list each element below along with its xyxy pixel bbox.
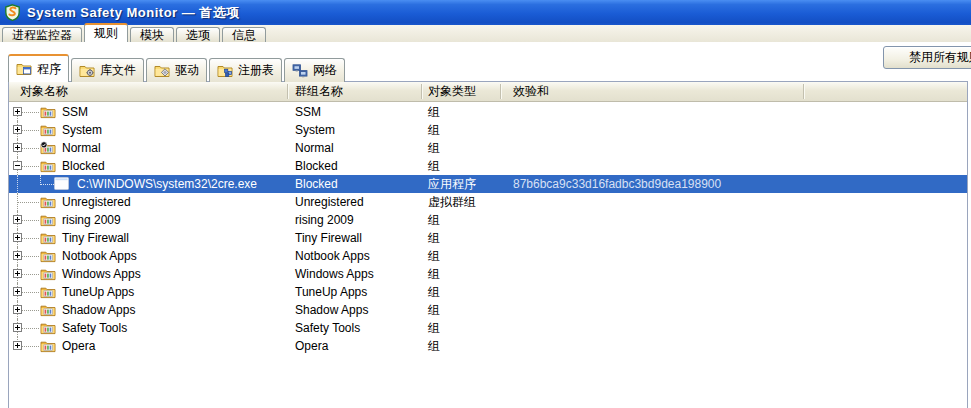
expand-plus-icon[interactable] (13, 215, 22, 224)
tab-options[interactable]: 选项 (176, 27, 220, 42)
tree-line (22, 256, 39, 257)
tab-process-monitor[interactable]: 进程监控器 (2, 27, 82, 42)
column-header-group-name[interactable]: 群组名称 (295, 82, 343, 101)
tree-line (22, 346, 39, 347)
tab-rules[interactable]: 规则 (84, 23, 128, 42)
subtab-registry[interactable]: 注册表 (209, 58, 282, 82)
title-bar[interactable]: System Safety Monitor — 首选项 (0, 0, 971, 25)
application-icon (54, 177, 70, 191)
expand-plus-icon[interactable] (13, 287, 22, 296)
group-folder-icon (40, 195, 56, 209)
group-name: Blocked (295, 175, 338, 193)
tree-line (18, 202, 39, 203)
table-row[interactable]: Tiny FirewallTiny Firewall组 (9, 229, 967, 247)
app-shield-icon (4, 4, 21, 21)
expand-plus-icon[interactable] (13, 269, 22, 278)
tab-modules[interactable]: 模块 (130, 27, 174, 42)
subtab-drivers[interactable]: 驱动 (146, 58, 207, 82)
collapse-minus-icon[interactable] (13, 161, 22, 170)
subtab-programs[interactable]: 程序 (8, 54, 69, 82)
subtab-label: 程序 (37, 61, 61, 78)
column-separator (421, 84, 422, 99)
subtab-network[interactable]: 网络 (284, 58, 345, 82)
object-type: 组 (428, 247, 440, 265)
table-row[interactable]: SystemSystem组 (9, 121, 967, 139)
object-name: System (62, 121, 102, 139)
subtab-label: 驱动 (175, 62, 199, 79)
group-folder-icon (40, 339, 56, 353)
group-folder-icon (40, 249, 56, 263)
column-separator (803, 84, 804, 99)
group-folder-icon (40, 105, 56, 119)
table-row[interactable]: rising 2009rising 2009组 (9, 211, 967, 229)
tree-line (22, 292, 39, 293)
table-row[interactable]: OperaOpera组 (9, 337, 967, 355)
object-name: rising 2009 (62, 211, 121, 229)
object-name: Blocked (62, 157, 105, 175)
disable-all-rules-button[interactable]: 禁用所有规则 (883, 46, 971, 69)
list-header: 对象名称 群组名称 对象类型 效验和 (9, 82, 967, 102)
table-row[interactable]: NormalNormal组 (9, 139, 967, 157)
expand-plus-icon[interactable] (13, 305, 22, 314)
group-name: Unregistered (295, 193, 364, 211)
table-row[interactable]: C:\WINDOWS\system32\2cre.exeBlocked应用程序8… (9, 175, 967, 193)
main-tab-bar: 进程监控器 规则 模块 选项 信息 (0, 25, 971, 42)
tree-line (22, 130, 39, 131)
rules-page: 程序 库文件 (0, 42, 971, 408)
table-row[interactable]: BlockedBlocked组 (9, 157, 967, 175)
table-row[interactable]: TuneUp AppsTuneUp Apps组 (9, 283, 967, 301)
programs-folder-icon (16, 62, 32, 76)
tree-connector (40, 175, 54, 185)
tree-line (22, 274, 39, 275)
checksum-value: 87b6bca9c33d16fadbc3bd9dea198900 (513, 175, 721, 193)
app-window: System Safety Monitor — 首选项 进程监控器 规则 模块 … (0, 0, 971, 408)
expand-plus-icon[interactable] (13, 107, 22, 116)
object-type: 组 (428, 157, 440, 175)
column-header-object-type[interactable]: 对象类型 (428, 82, 476, 101)
column-header-checksum[interactable]: 效验和 (513, 82, 549, 101)
group-folder-icon (40, 267, 56, 281)
group-name: TuneUp Apps (295, 283, 367, 301)
group-folder-check-icon (40, 141, 56, 155)
object-name: Windows Apps (62, 265, 141, 283)
group-folder-icon (40, 231, 56, 245)
group-name: Opera (295, 337, 328, 355)
object-name: Notbook Apps (62, 247, 137, 265)
table-row[interactable]: SSMSSM组 (9, 103, 967, 121)
expand-plus-icon[interactable] (13, 125, 22, 134)
group-name: Shadow Apps (295, 301, 368, 319)
object-name: SSM (62, 103, 88, 121)
object-name: Tiny Firewall (62, 229, 129, 247)
object-type: 组 (428, 139, 440, 157)
group-folder-icon (40, 213, 56, 227)
subtab-label: 注册表 (238, 62, 274, 79)
expand-plus-icon[interactable] (13, 323, 22, 332)
group-name: System (295, 121, 335, 139)
tree-line (22, 238, 39, 239)
table-row[interactable]: Safety ToolsSafety Tools组 (9, 319, 967, 337)
column-header-object-name[interactable]: 对象名称 (20, 82, 68, 101)
tab-info[interactable]: 信息 (222, 27, 266, 42)
column-separator (500, 84, 501, 99)
expand-plus-icon[interactable] (13, 341, 22, 350)
object-type: 组 (428, 103, 440, 121)
table-row[interactable]: UnregisteredUnregistered虚拟群组 (9, 193, 967, 211)
table-row[interactable]: Notbook AppsNotbook Apps组 (9, 247, 967, 265)
object-type: 组 (428, 301, 440, 319)
object-type: 组 (428, 319, 440, 337)
table-row[interactable]: Shadow AppsShadow Apps组 (9, 301, 967, 319)
table-row[interactable]: Windows AppsWindows Apps组 (9, 265, 967, 283)
subtab-label: 网络 (313, 62, 337, 79)
expand-plus-icon[interactable] (13, 143, 22, 152)
tree-line (22, 166, 39, 167)
group-name: Blocked (295, 157, 338, 175)
group-folder-icon (40, 159, 56, 173)
library-folder-icon (79, 64, 95, 78)
expand-plus-icon[interactable] (13, 251, 22, 260)
expand-plus-icon[interactable] (13, 233, 22, 242)
object-name: Unregistered (62, 193, 131, 211)
tree-line (22, 148, 39, 149)
subtab-library-files[interactable]: 库文件 (71, 58, 144, 82)
group-folder-icon (40, 123, 56, 137)
registry-folder-icon (217, 64, 233, 78)
